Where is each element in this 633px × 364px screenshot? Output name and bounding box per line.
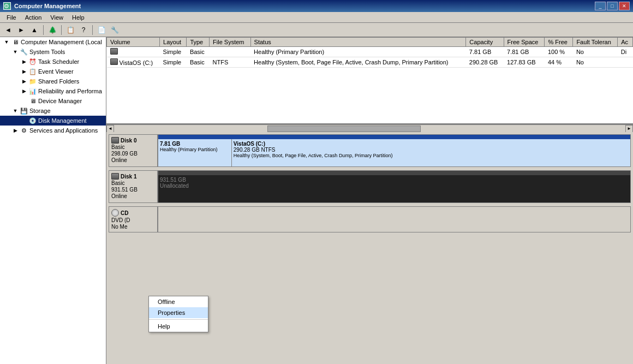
- window-controls: _ □ ✕: [595, 2, 630, 10]
- cd-info: CD DVD (D No Me: [109, 206, 158, 232]
- disk-row-0: Disk 0 Basic 298.09 GB Online 7.81 GB He…: [109, 134, 631, 167]
- forward-button[interactable]: ►: [15, 24, 27, 36]
- sidebar-item-shared-folders[interactable]: ▶ 📁 Shared Folders: [0, 76, 106, 86]
- sidebar-item-task-scheduler[interactable]: ▶ ⏰ Task Scheduler: [0, 57, 106, 67]
- services-apps-toggle[interactable]: ▶: [11, 126, 20, 135]
- sidebar-item-label: Device Manager: [37, 98, 82, 104]
- menu-bar: File Action View Help: [0, 12, 633, 23]
- scroll-right-arrow[interactable]: ►: [625, 125, 633, 133]
- col-capacity: Capacity: [466, 38, 504, 47]
- disk-icon: [110, 48, 118, 55]
- reliability-toggle[interactable]: ▶: [20, 87, 28, 96]
- table-row[interactable]: VistaOS (C:) Simple Basic NTFS Healthy (…: [107, 57, 633, 68]
- event-viewer-icon: 📋: [28, 67, 37, 76]
- disk-0-partition-0[interactable]: 7.81 GB Healthy (Primary Partition): [158, 139, 232, 166]
- disk-1-name: Disk 1: [111, 173, 155, 180]
- cell-pctfree: 44 %: [545, 57, 573, 68]
- col-layout: Layout: [160, 38, 187, 47]
- sidebar-item-label: Disk Management: [37, 117, 87, 124]
- disk-0-partition-1[interactable]: VistaOS (C:) 290.28 GB NTFS Healthy (Sys…: [232, 139, 630, 166]
- sidebar-item-device-manager[interactable]: 🖥 Device Manager: [0, 96, 106, 106]
- disk-1-type: Basic: [111, 180, 155, 186]
- app-icon: ⚙: [3, 2, 11, 10]
- properties-button[interactable]: 📋: [64, 24, 76, 36]
- context-menu: Offline Properties Help: [148, 296, 208, 332]
- disk-1-partitions: 931.51 GB Unallocated: [158, 170, 631, 203]
- disk-row-cd: CD DVD (D No Me: [109, 206, 631, 232]
- menu-action[interactable]: Action: [21, 13, 46, 22]
- ctx-offline[interactable]: Offline: [149, 296, 208, 307]
- menu-view[interactable]: View: [46, 13, 68, 22]
- toolbar-separator-3: [92, 25, 93, 35]
- sidebar-item-reliability[interactable]: ▶ 📊 Reliability and Performa: [0, 86, 106, 96]
- sidebar-item-system-tools[interactable]: ▼ 🔧 System Tools: [0, 47, 106, 57]
- close-button[interactable]: ✕: [619, 2, 630, 10]
- sidebar-root[interactable]: ▼ 🖥 Computer Management (Local: [0, 37, 106, 47]
- ctx-properties[interactable]: Properties: [149, 307, 208, 318]
- sidebar-item-label: System Tools: [28, 49, 65, 55]
- main-area: ▼ 🖥 Computer Management (Local ▼ 🔧 Syste…: [0, 37, 633, 364]
- disk-0-info: Disk 0 Basic 298.09 GB Online: [109, 134, 158, 167]
- storage-toggle[interactable]: ▼: [11, 106, 20, 115]
- cell-fault: No: [573, 57, 618, 68]
- toolbar-separator-2: [61, 25, 62, 35]
- sidebar-item-label: Storage: [28, 108, 51, 114]
- disk-row-1: Disk 1 Basic 931.51 GB Online 931.51 GB …: [109, 170, 631, 203]
- wizard-button[interactable]: 🔧: [109, 24, 121, 36]
- disk-1-status: Online: [111, 193, 155, 199]
- cell-capacity: 290.28 GB: [466, 57, 504, 68]
- disk-0-topbar: [158, 135, 630, 139]
- show-hide-tree-button[interactable]: 🌲: [46, 24, 58, 36]
- disk-1-size: 931.51 GB: [111, 187, 155, 193]
- maximize-button[interactable]: □: [607, 2, 618, 10]
- sidebar-item-disk-management[interactable]: 💿 Disk Management: [0, 116, 106, 126]
- disk-1-topbar: [158, 171, 630, 175]
- col-status: Status: [250, 38, 466, 47]
- disk-1-unalloc-label: 931.51 GB Unallocated: [158, 175, 190, 202]
- col-volume: Volume: [107, 38, 160, 47]
- cell-status: Healthy (Primary Partition): [250, 47, 466, 57]
- scroll-thumb[interactable]: [267, 126, 421, 132]
- menu-file[interactable]: File: [2, 13, 21, 22]
- disk-1-unalloc[interactable]: 931.51 GB Unallocated: [158, 175, 630, 202]
- up-button[interactable]: ▲: [28, 24, 40, 36]
- cell-fault: No: [573, 47, 618, 57]
- table-row[interactable]: Simple Basic Healthy (Primary Partition)…: [107, 47, 633, 57]
- task-scheduler-toggle[interactable]: ▶: [20, 57, 28, 66]
- sidebar-item-services-apps[interactable]: ▶ ⚙ Services and Applications: [0, 126, 106, 135]
- scroll-track[interactable]: [114, 125, 625, 133]
- disk-1-unalloc-status: Unallocated: [160, 183, 189, 189]
- sidebar-item-event-viewer[interactable]: ▶ 📋 Event Viewer: [0, 67, 106, 76]
- cd-subname: DVD (D: [111, 217, 155, 223]
- export-button[interactable]: 📄: [95, 24, 108, 36]
- col-freespace: Free Space: [504, 38, 545, 47]
- event-viewer-toggle[interactable]: ▶: [20, 67, 28, 76]
- col-type: Type: [187, 38, 210, 47]
- table-header-row: Volume Layout Type File System Status Ca…: [107, 38, 633, 47]
- cd-partitions: [158, 206, 631, 232]
- cell-type: Basic: [187, 57, 210, 68]
- cd-status: No Me: [111, 224, 155, 230]
- root-toggle[interactable]: ▼: [2, 38, 11, 46]
- disk-1-icon: [111, 173, 119, 180]
- disk-1-unalloc-size: 931.51 GB: [160, 177, 189, 183]
- menu-help[interactable]: Help: [68, 13, 89, 22]
- help-button[interactable]: ?: [77, 24, 89, 36]
- system-tools-icon: 🔧: [20, 47, 28, 56]
- horizontal-scrollbar[interactable]: ◄ ►: [106, 124, 633, 132]
- sidebar-item-label: Task Scheduler: [37, 58, 79, 65]
- scroll-left-arrow[interactable]: ◄: [106, 125, 114, 133]
- system-tools-toggle[interactable]: ▼: [11, 47, 20, 56]
- cell-freespace: 7.81 GB: [504, 47, 545, 57]
- ctx-help[interactable]: Help: [149, 321, 208, 332]
- col-pctfree: % Free: [545, 38, 573, 47]
- part-0-size: 7.81 GB: [160, 141, 230, 147]
- minimize-button[interactable]: _: [595, 2, 606, 10]
- back-button[interactable]: ◄: [2, 24, 14, 36]
- cell-ac: Di: [618, 47, 633, 57]
- sidebar-item-storage[interactable]: ▼ 💾 Storage: [0, 106, 106, 116]
- device-manager-spacer: [20, 97, 28, 105]
- cell-layout: Simple: [160, 57, 187, 68]
- cell-ac: [618, 57, 633, 68]
- shared-folders-toggle[interactable]: ▶: [20, 77, 28, 86]
